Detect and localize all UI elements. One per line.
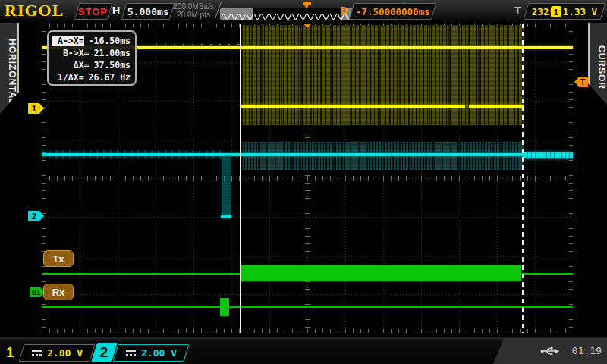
ch2-number: 2 — [100, 344, 109, 361]
ch2-pulse-column — [222, 155, 231, 218]
dc-coupling-icon — [32, 350, 42, 356]
acquisition-info: 200.0MSa/s 28.0M pts — [171, 2, 215, 19]
sample-rate: 200.0MSa/s — [171, 2, 215, 11]
rx-pulse — [220, 298, 229, 316]
ch2-trace — [42, 153, 573, 156]
cursor-ax-value: -16.50ms — [84, 36, 131, 46]
cursor-row: B->X= 21.00ms — [52, 47, 131, 59]
ch2-scale-box[interactable]: 2.00 V — [112, 344, 189, 362]
ch2-status-box[interactable]: 2.00 V — [115, 343, 187, 362]
cursor-row: 1/ΔX= 26.67 Hz — [52, 71, 131, 83]
ch1-status-box[interactable]: 1 2.00 V — [2, 343, 93, 362]
trigger-source-badge: 1 — [551, 6, 561, 17]
rx-label: Rx — [43, 284, 74, 300]
ch1-scale: 2.00 V — [47, 347, 83, 359]
trigger-level-marker[interactable]: T — [574, 77, 588, 87]
tab-cursor[interactable]: CURSOR — [588, 23, 607, 105]
timebase-box[interactable]: 5.000ms — [121, 3, 175, 20]
usb-icon — [540, 346, 560, 356]
cursor-freq-label: 1/ΔX= — [52, 72, 84, 83]
run-state-label: STOP — [78, 6, 108, 17]
ch1-noise-flecks — [156, 44, 241, 46]
top-status-bar: RIGOL STOP H 5.000ms 200.0MSa/s 28.0M pt… — [0, 0, 607, 21]
ch1-trace-low — [241, 105, 465, 108]
system-info-area: 01:19 — [493, 338, 607, 364]
memory-depth: 28.0M pts — [171, 11, 215, 19]
cursor-measurement-panel: A->X= -16.50ms B->X= 21.00ms ΔX= 37.50ms… — [47, 30, 137, 86]
ch2-pulse-bottom — [221, 215, 231, 218]
horizontal-label: H — [112, 5, 120, 17]
trigger-box[interactable]: 232 1 1.33 V — [524, 3, 606, 20]
rx-baseline — [42, 306, 573, 308]
trigger-type: 232 — [532, 6, 549, 17]
cursor-bx-value: 21.00ms — [90, 48, 131, 58]
tx-activity-bar — [241, 265, 521, 281]
run-state-indicator[interactable]: STOP — [74, 3, 113, 20]
timebase-value: 5.000ms — [127, 6, 169, 17]
cursor-dx-label: ΔX= — [52, 60, 90, 71]
cursor-dx-value: 37.50ms — [90, 60, 131, 71]
cursor-a-line[interactable] — [240, 24, 241, 333]
cursor-row: ΔX= 37.50ms — [52, 59, 131, 71]
trigger-position-marker[interactable] — [303, 2, 311, 10]
ch1-number: 1 — [6, 343, 14, 362]
clock: 01:19 — [572, 345, 602, 356]
rigol-logo: RIGOL — [5, 1, 64, 20]
cursor-freq-value: 26.67 Hz — [84, 72, 131, 83]
ch2-scale: 2.00 V — [141, 347, 177, 359]
trigger-point-marker — [304, 24, 311, 29]
ch2-trace-after-cursor — [524, 152, 573, 158]
trigger-label: T — [514, 5, 521, 17]
tab-horizontal[interactable]: HORIZONTAL — [0, 23, 19, 114]
delay-label: D — [340, 5, 348, 17]
ch1-scale-box[interactable]: 2.00 V — [18, 344, 95, 362]
cursor-row: A->X= -16.50ms — [52, 35, 131, 47]
trigger-level: 1.33 V — [563, 6, 597, 17]
dc-coupling-icon — [126, 350, 136, 356]
delay-value: -7.50000000ms — [356, 6, 430, 17]
cursor-ax-label: A->X= — [52, 36, 84, 46]
cursor-b-line[interactable] — [522, 24, 524, 333]
cursor-bx-label: B->X= — [52, 48, 90, 58]
tx-label: Tx — [43, 250, 74, 267]
delay-box[interactable]: -7.50000000ms — [349, 3, 437, 20]
ch1-noise-burst — [241, 25, 524, 125]
oscilloscope-screen: RIGOL STOP H 5.000ms 200.0MSa/s 28.0M pt… — [0, 0, 607, 364]
ch1-trace-low — [469, 105, 524, 108]
